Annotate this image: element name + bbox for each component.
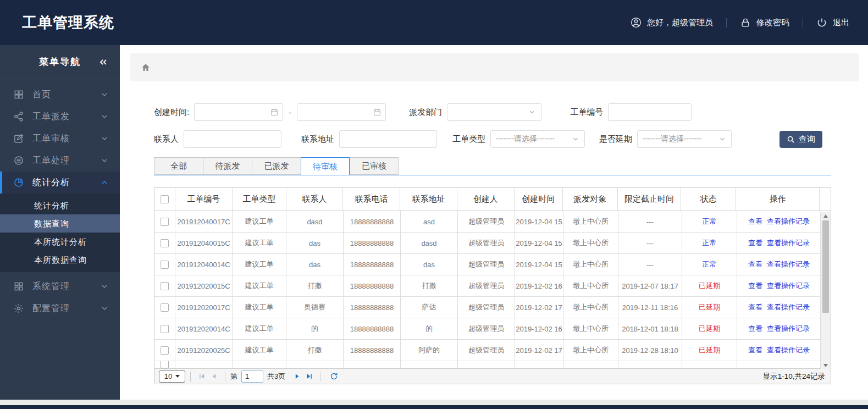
view-link[interactable]: 查看 (748, 281, 762, 291)
column-header: 状态 (681, 188, 736, 211)
sidebar-subitem-4-1[interactable]: 数据查询 (0, 214, 120, 233)
page-size-select[interactable]: 10 (159, 371, 185, 383)
cell-order_no: 201912020025C (175, 340, 233, 361)
sidebar-item-4[interactable]: 统计分析 (0, 172, 120, 194)
cell-type: 建议工单 (233, 340, 286, 361)
view-log-link[interactable]: 查看操作记录 (767, 324, 810, 334)
cell-creator: 超级管理员 (458, 254, 515, 275)
table-row: 201912020015C建议工单打撒18888888888打撒超级管理员201… (154, 275, 831, 297)
contact-input[interactable] (184, 130, 281, 148)
scroll-up-icon[interactable] (821, 212, 831, 220)
select-all-checkbox[interactable] (161, 195, 169, 203)
row-checkbox[interactable] (161, 361, 169, 368)
view-log-link[interactable]: 查看操作记录 (767, 238, 810, 248)
first-page-icon[interactable] (196, 371, 208, 383)
cell-deadline: 2019-12-11 18:16 (618, 297, 682, 318)
row-select-cell (154, 275, 175, 296)
query-button[interactable]: 查询 (779, 131, 822, 148)
row-checkbox[interactable] (161, 239, 169, 247)
order-no-input[interactable] (608, 103, 692, 121)
next-page-icon[interactable] (291, 371, 303, 383)
view-log-link[interactable]: 查看操作记录 (767, 302, 810, 312)
sidebar-subitem-4-3[interactable]: 本所数据查询 (0, 251, 120, 269)
home-icon[interactable] (141, 63, 151, 73)
view-link[interactable]: 查看 (748, 345, 762, 355)
tab-4[interactable]: 已审核 (350, 157, 399, 175)
page-prefix-label: 第 (230, 372, 237, 382)
edit-icon (13, 133, 24, 144)
vertical-scrollbar[interactable] (820, 212, 831, 369)
address-input[interactable] (339, 130, 437, 148)
row-checkbox[interactable] (161, 325, 169, 333)
cell-type: 建议工单 (233, 297, 286, 318)
search-icon (787, 135, 795, 143)
tab-1[interactable]: 待派发 (203, 157, 252, 175)
sidebar-item-6[interactable]: 配置管理 (0, 297, 120, 319)
row-checkbox[interactable] (161, 282, 169, 290)
sidebar-item-3[interactable]: 工单处理 (0, 150, 120, 172)
row-select-cell (154, 211, 175, 232)
view-log-link[interactable]: 查看操作记录 (767, 345, 810, 355)
prev-page-icon[interactable] (208, 371, 220, 383)
tab-2[interactable]: 已派发 (252, 157, 301, 175)
change-password-button[interactable]: 修改密码 (740, 17, 789, 28)
view-log-link[interactable]: 查看操作记录 (767, 281, 810, 291)
sidebar-item-2[interactable]: 工单审核 (0, 128, 120, 150)
record-summary: 显示1-10,共24记录 (763, 372, 825, 382)
view-link[interactable]: 查看 (748, 259, 762, 269)
logout-label: 退出 (833, 18, 849, 28)
page-number-input[interactable] (241, 371, 263, 383)
refresh-icon[interactable] (328, 371, 340, 383)
created-time-label: 创建时间: (154, 107, 189, 118)
row-checkbox[interactable] (161, 303, 169, 312)
user-greeting[interactable]: 您好，超级管理员 (631, 17, 713, 28)
column-header: 工单编号 (175, 188, 233, 211)
cell-actions: 查看查看操作记录 (737, 254, 821, 275)
chevron-down-icon (100, 90, 109, 99)
dispatch-dept-label: 派发部门 (409, 107, 442, 118)
sidebar-subitem-4-0[interactable]: 统计分析 (0, 196, 120, 214)
column-header: 创建人 (457, 188, 515, 211)
cell-created: 2019-12-04 15 (515, 254, 563, 275)
pie-chart-icon (13, 177, 24, 188)
overdue-label: 是否延期 (599, 134, 632, 145)
view-log-link[interactable]: 查看操作记录 (767, 217, 810, 226)
scrollbar-thumb[interactable] (822, 220, 829, 313)
user-greeting-label: 您好，超级管理员 (647, 18, 713, 28)
cell-phone: 18888888888 (344, 318, 401, 339)
scroll-down-icon[interactable] (821, 361, 831, 369)
dispatch-dept-select[interactable] (447, 103, 541, 121)
logout-button[interactable]: 退出 (816, 17, 849, 28)
sidebar-item-label: 系统管理 (32, 281, 70, 292)
main-content: 创建时间: - 派发部门 工单编号 (120, 45, 868, 400)
sidebar-item-1[interactable]: 工单派发 (0, 106, 120, 128)
view-link[interactable]: 查看 (748, 217, 762, 226)
cell-deadline: --- (618, 211, 682, 232)
view-log-link[interactable]: 查看操作记录 (767, 259, 810, 269)
order-type-select[interactable]: -------请选择------- (490, 130, 585, 148)
tab-0[interactable]: 全部 (154, 157, 203, 175)
view-link[interactable]: 查看 (748, 324, 762, 334)
last-page-icon[interactable] (303, 371, 315, 383)
row-select-cell (154, 297, 175, 318)
chevron-down-icon (100, 304, 109, 313)
row-checkbox[interactable] (161, 218, 169, 226)
sidebar-item-5[interactable]: 系统管理 (0, 275, 120, 297)
app-header: 工单管理系统 您好，超级管理员 修改密码 退出 (0, 0, 868, 45)
cell-phone: 18888888888 (344, 340, 401, 361)
order-type-label: 工单类型 (452, 134, 485, 145)
grid-icon (13, 89, 24, 100)
cell-order_no: 201912040017C (175, 211, 233, 232)
sidebar-item-0[interactable]: 首页 (0, 84, 120, 106)
cell-contact: das (286, 233, 344, 253)
view-link[interactable]: 查看 (748, 238, 762, 248)
cell-address: 萨达 (401, 297, 458, 318)
sidebar-subitem-4-2[interactable]: 本所统计分析 (0, 233, 120, 251)
user-icon (631, 17, 642, 28)
double-chevron-left-icon[interactable] (98, 57, 109, 68)
row-checkbox[interactable] (161, 261, 169, 269)
tab-3[interactable]: 待审核 (301, 157, 350, 175)
row-checkbox[interactable] (161, 346, 169, 355)
view-link[interactable]: 查看 (748, 302, 762, 312)
overdue-select[interactable]: -------请选择------- (637, 130, 732, 148)
